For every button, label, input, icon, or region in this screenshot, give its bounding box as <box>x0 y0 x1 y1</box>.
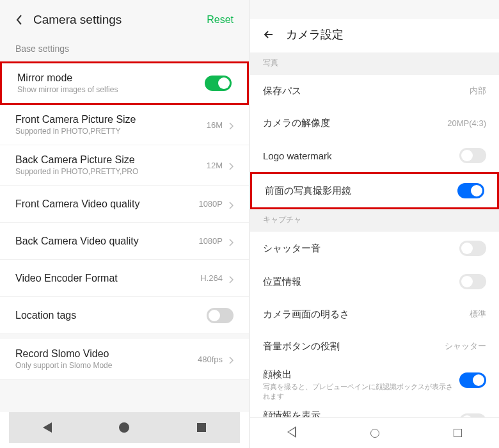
spacer <box>0 380 249 412</box>
settings-scroll[interactable]: 写真 保存パス 内部 カメラの解像度 20MP(4:3) Logo waterm… <box>250 52 499 417</box>
face-info-toggle[interactable] <box>459 413 486 417</box>
nav-home-icon[interactable] <box>119 422 129 433</box>
brightness-row[interactable]: カメラ画面の明るさ 標準 <box>250 298 499 330</box>
nav-home-icon[interactable] <box>370 429 379 438</box>
mirror-mode-label: Mirror mode <box>17 72 205 84</box>
shutter-sound-toggle[interactable] <box>459 241 486 256</box>
face-detect-toggle[interactable] <box>459 372 486 388</box>
front-picture-size-label: Front Camera Picture Size <box>15 114 207 125</box>
chevron-right-icon <box>229 161 234 169</box>
face-detect-sub: 写真を撮ると、プレビューペインに顔認識ボックスが表示されます <box>263 382 459 402</box>
face-detect-label: 顔検出 <box>263 369 459 381</box>
android-navbar <box>250 417 499 448</box>
video-encoder-value: H.264 <box>200 273 223 283</box>
nav-recents-icon[interactable] <box>197 423 206 432</box>
settings-list: Mirror mode Show mirror images of selfie… <box>0 61 249 380</box>
chevron-right-icon <box>229 237 234 245</box>
save-path-value: 内部 <box>470 85 486 97</box>
row-texts: Back Camera Video quality <box>15 236 198 247</box>
location-tags-row[interactable]: Location tags <box>0 297 249 334</box>
location-row[interactable]: 位置情報 <box>250 265 499 298</box>
volume-button-value: シャッター <box>445 340 486 352</box>
front-picture-size-row[interactable]: Front Camera Picture Size Supported in P… <box>0 105 249 145</box>
front-video-quality-label: Front Camera Video quality <box>15 198 198 210</box>
slomo-video-value: 480fps <box>198 355 223 364</box>
shutter-sound-label: シャッター音 <box>263 243 459 255</box>
row-texts: Front Camera Video quality <box>15 198 198 210</box>
front-picture-size-sub: Supported in PHOTO,PRETTY <box>15 127 207 136</box>
back-icon[interactable] <box>15 14 23 26</box>
row-texts: Video Encoder Format <box>15 273 200 284</box>
save-path-label: 保存パス <box>263 85 470 97</box>
back-video-quality-value: 1080P <box>198 236 223 246</box>
mirror-mode-toggle[interactable] <box>205 76 232 91</box>
header: Camera settings Reset <box>0 0 249 37</box>
face-detect-row[interactable]: 顔検出 写真を撮ると、プレビューペインに顔認識ボックスが表示されます <box>250 362 499 406</box>
back-picture-size-value: 12M <box>207 161 223 170</box>
resolution-label: カメラの解像度 <box>263 117 447 129</box>
face-info-row[interactable]: 顔情報を表示 写真撮影向けの美化機能が有効になっている場合、プレビュー画面に性別… <box>250 406 499 417</box>
location-label: 位置情報 <box>263 276 459 288</box>
front-mirror-label: 前面の写真撮影用鏡 <box>265 185 457 197</box>
watermark-label: Logo watermark <box>263 150 459 161</box>
video-encoder-label: Video Encoder Format <box>15 273 200 284</box>
back-picture-size-row[interactable]: Back Camera Picture Size Supported in PH… <box>0 145 249 186</box>
row-texts: 顔検出 写真を撮ると、プレビューペインに顔認識ボックスが表示されます <box>263 369 459 402</box>
row-texts: 顔情報を表示 写真撮影向けの美化機能が有効になっている場合、プレビュー画面に性別… <box>263 410 459 417</box>
section-base-settings: Base settings <box>0 37 249 61</box>
page-title: カメラ設定 <box>286 27 344 42</box>
watermark-toggle[interactable] <box>459 148 486 163</box>
right-phone-screen: カメラ設定 写真 保存パス 内部 カメラの解像度 20MP(4:3) Logo … <box>249 0 499 448</box>
shutter-sound-row[interactable]: シャッター音 <box>250 232 499 265</box>
chevron-right-icon <box>229 275 234 282</box>
face-info-label: 顔情報を表示 <box>263 410 459 417</box>
location-tags-toggle[interactable] <box>207 308 234 323</box>
mirror-mode-sub: Show mirror images of selfies <box>17 85 205 94</box>
row-texts: Front Camera Picture Size Supported in P… <box>15 114 207 136</box>
back-video-quality-label: Back Camera Video quality <box>15 236 198 247</box>
front-mirror-row[interactable]: 前面の写真撮影用鏡 <box>250 172 499 209</box>
back-picture-size-sub: Supported in PHOTO,PRETTY,PRO <box>15 167 207 176</box>
divider <box>0 334 249 339</box>
android-navbar <box>9 412 240 443</box>
left-phone-screen: Camera settings Reset Base settings Mirr… <box>0 0 249 448</box>
page-title: Camera settings <box>33 13 207 27</box>
volume-button-row[interactable]: 音量ボタンの役割 シャッター <box>250 330 499 362</box>
nav-recents-icon[interactable] <box>454 429 462 437</box>
location-tags-label: Location tags <box>15 310 207 321</box>
resolution-row[interactable]: カメラの解像度 20MP(4:3) <box>250 107 499 139</box>
section-photo: 写真 <box>250 52 499 75</box>
mirror-mode-row[interactable]: Mirror mode Show mirror images of selfie… <box>0 61 249 105</box>
front-mirror-toggle[interactable] <box>457 183 484 198</box>
nav-back-icon[interactable] <box>287 428 296 439</box>
back-video-quality-row[interactable]: Back Camera Video quality 1080P <box>0 223 249 260</box>
location-toggle[interactable] <box>459 274 486 289</box>
chevron-right-icon <box>229 355 234 363</box>
back-picture-size-label: Back Camera Picture Size <box>15 154 207 166</box>
brightness-value: 標準 <box>470 308 486 320</box>
header: カメラ設定 <box>250 19 499 52</box>
row-texts: Record Slomo Video Only support in Slomo… <box>15 348 198 370</box>
slomo-video-sub: Only support in Slomo Mode <box>15 361 198 370</box>
row-texts: Location tags <box>15 310 207 321</box>
front-picture-size-value: 16M <box>207 120 223 130</box>
section-capture: キャプチャ <box>250 209 499 232</box>
back-arrow-icon[interactable] <box>263 29 274 40</box>
volume-button-label: 音量ボタンの役割 <box>263 340 445 353</box>
slomo-video-row[interactable]: Record Slomo Video Only support in Slomo… <box>0 339 249 380</box>
row-texts: Mirror mode Show mirror images of selfie… <box>17 72 205 94</box>
watermark-row[interactable]: Logo watermark <box>250 139 499 172</box>
video-encoder-row[interactable]: Video Encoder Format H.264 <box>0 260 249 297</box>
front-video-quality-row[interactable]: Front Camera Video quality 1080P <box>0 186 249 223</box>
slomo-video-label: Record Slomo Video <box>15 348 198 360</box>
reset-button[interactable]: Reset <box>207 14 234 26</box>
front-video-quality-value: 1080P <box>198 199 223 209</box>
chevron-right-icon <box>229 200 234 208</box>
row-texts: Back Camera Picture Size Supported in PH… <box>15 154 207 176</box>
chevron-right-icon <box>229 121 234 129</box>
nav-back-icon[interactable] <box>43 422 52 433</box>
save-path-row[interactable]: 保存パス 内部 <box>250 75 499 107</box>
brightness-label: カメラ画面の明るさ <box>263 308 470 321</box>
resolution-value: 20MP(4:3) <box>447 118 486 128</box>
status-bar <box>250 0 499 19</box>
